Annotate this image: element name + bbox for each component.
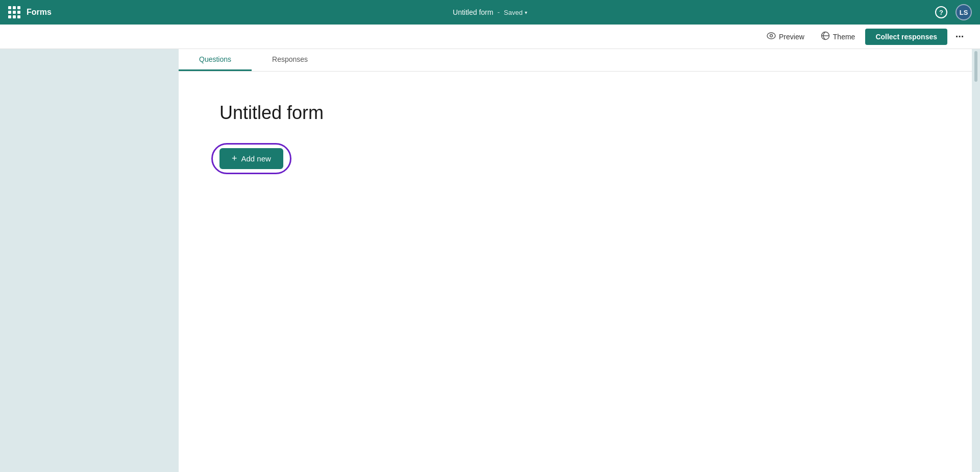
saved-status[interactable]: Saved ▾ — [504, 9, 527, 16]
app-brand: Forms — [27, 8, 52, 17]
form-content: Untitled form + Add new — [179, 72, 972, 472]
help-icon[interactable]: ? — [935, 6, 947, 18]
tab-responses-label: Responses — [272, 55, 308, 63]
tab-bar: Questions Responses — [179, 49, 972, 72]
preview-button[interactable]: Preview — [761, 29, 811, 44]
form-title: Untitled form — [219, 102, 931, 124]
scrollbar-thumb[interactable] — [974, 51, 977, 82]
preview-label: Preview — [779, 33, 804, 41]
form-editor: Questions Responses Untitled form + Add … — [179, 49, 972, 472]
secondary-toolbar: Preview Theme Collect responses ··· — [0, 25, 980, 49]
tab-questions-label: Questions — [199, 55, 231, 63]
theme-button[interactable]: Theme — [815, 28, 862, 45]
theme-label: Theme — [833, 33, 855, 41]
add-new-wrapper: + Add new — [219, 148, 283, 169]
nav-center: Untitled form - Saved ▾ — [453, 8, 527, 16]
svg-point-1 — [770, 34, 773, 37]
sidebar-left — [0, 49, 179, 472]
add-new-label: Add new — [241, 154, 271, 163]
more-options-button[interactable]: ··· — [951, 29, 968, 45]
chevron-down-icon: ▾ — [525, 10, 527, 15]
plus-icon: + — [232, 153, 237, 164]
nav-left: Forms — [8, 6, 52, 18]
main-content: Questions Responses Untitled form + Add … — [0, 49, 980, 472]
form-title-nav: Untitled form — [453, 8, 493, 16]
tab-responses[interactable]: Responses — [252, 49, 328, 71]
scrollbar-area — [972, 49, 980, 472]
saved-label: Saved — [504, 9, 523, 16]
nav-right: ? LS — [935, 4, 972, 20]
theme-icon — [821, 31, 830, 42]
preview-icon — [767, 32, 776, 41]
add-new-button[interactable]: + Add new — [219, 148, 283, 169]
tab-questions[interactable]: Questions — [179, 49, 252, 71]
apps-menu-icon[interactable] — [8, 6, 20, 18]
nav-separator: - — [497, 8, 500, 16]
collect-responses-button[interactable]: Collect responses — [865, 29, 947, 45]
top-nav-bar: Forms Untitled form - Saved ▾ ? LS — [0, 0, 980, 25]
svg-point-0 — [767, 33, 775, 39]
user-avatar[interactable]: LS — [955, 4, 972, 20]
